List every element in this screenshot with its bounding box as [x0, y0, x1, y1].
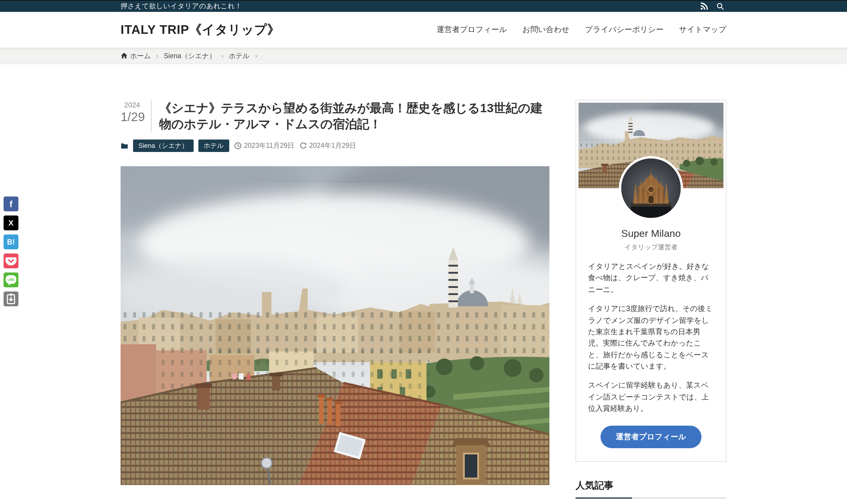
top-bar: 押さえて欲しいイタリアのあれこれ！: [0, 1, 847, 12]
avatar[interactable]: [619, 156, 683, 220]
hatena-bookmark-icon: B!: [7, 238, 15, 246]
share-line-button[interactable]: LINE: [3, 272, 18, 287]
profile-role: イタリップ運営者: [579, 243, 723, 252]
pocket-icon: [3, 253, 18, 268]
share-hatena-button[interactable]: B!: [3, 234, 18, 249]
profile-bio: イタリアとスペインが好き。好きな食べ物は、クレープ、すき焼き、パニーニ。 イタリ…: [579, 261, 723, 415]
site-header: ITALY TRIP《イタリップ》 運営者プロフィール お問い合わせ プライバシ…: [0, 12, 847, 48]
nav-item-privacy-policy[interactable]: プライバシーポリシー: [585, 24, 664, 35]
hero-image: [121, 166, 549, 485]
clipboard-icon: [3, 291, 18, 306]
refresh-icon: [299, 142, 307, 149]
profile-bio-paragraph: イタリアとスペインが好き。好きな食べ物は、クレープ、すき焼き、パニーニ。: [588, 261, 714, 295]
topbar-icons: [700, 2, 724, 11]
breadcrumb-category-hotel[interactable]: ホテル: [229, 51, 250, 60]
published-date: 2023年11月29日: [234, 141, 294, 150]
site-title[interactable]: ITALY TRIP《イタリップ》: [121, 21, 280, 38]
copy-url-button[interactable]: [3, 291, 18, 306]
facebook-icon: f: [10, 199, 13, 209]
category-badge-siena[interactable]: Siena（シエナ）: [133, 140, 194, 152]
search-icon[interactable]: [716, 2, 724, 11]
main-nav: 運営者プロフィール お問い合わせ プライバシーポリシー サイトマップ: [437, 24, 726, 35]
popular-heading-underline: [576, 497, 726, 499]
profile-bio-paragraph: イタリアに3度旅行で訪れ、その後ミラノでメンズ服のデザイン留学をした東京生まれ千…: [588, 303, 714, 373]
article: 2024 1/29 《シエナ》テラスから望める街並みが最高！歴史を感じる13世紀…: [121, 100, 549, 485]
share-pocket-button[interactable]: [3, 253, 18, 268]
breadcrumb-home-label: ホーム: [130, 51, 151, 60]
share-buttons: f X B! LINE: [3, 197, 18, 306]
breadcrumb-separator: ›: [156, 52, 158, 59]
page: 押さえて欲しいイタリアのあれこれ！ ITALY TRIP《イタリップ》 運営者プ…: [0, 0, 847, 504]
post-header: 2024 1/29 《シエナ》テラスから望める街並みが最高！歴史を感じる13世紀…: [121, 100, 549, 132]
line-icon: LINE: [3, 272, 18, 287]
main-layout: 2024 1/29 《シエナ》テラスから望める街並みが最高！歴史を感じる13世紀…: [121, 64, 726, 504]
category-badge-hotel[interactable]: ホテル: [198, 140, 229, 152]
post-date-year: 2024: [121, 101, 144, 109]
nav-item-sitemap[interactable]: サイトマップ: [679, 24, 726, 35]
breadcrumb-category-siena[interactable]: Siena（シエナ）: [164, 51, 216, 60]
folder-icon: [121, 143, 128, 149]
nav-item-operator-profile[interactable]: 運営者プロフィール: [437, 24, 507, 35]
share-x-button[interactable]: X: [3, 216, 18, 230]
post-date: 2024 1/29: [121, 100, 152, 132]
updated-date: 2024年1月29日: [299, 141, 356, 150]
x-icon: X: [8, 218, 13, 227]
popular-articles: 人気記事: [576, 479, 726, 504]
post-title: 《シエナ》テラスから望める街並みが最高！歴史を感じる13世紀の建物のホテル・アル…: [159, 100, 549, 132]
breadcrumb-separator: ›: [221, 52, 223, 59]
post-meta: Siena（シエナ） ホテル 2023年11月29日 2024年1月29日: [121, 140, 549, 152]
clock-icon: [234, 142, 242, 149]
published-date-text: 2023年11月29日: [244, 141, 294, 150]
breadcrumb-bar: ホーム › Siena（シエナ） › ホテル ›: [0, 48, 847, 64]
sidebar: Super Milano イタリップ運営者 イタリアとスペインが好き。好きな食べ…: [576, 100, 726, 504]
updated-date-text: 2024年1月29日: [309, 141, 356, 150]
site-tagline: 押さえて欲しいイタリアのあれこれ！: [121, 2, 242, 11]
rss-icon[interactable]: [700, 2, 708, 11]
svg-text:LINE: LINE: [8, 278, 15, 282]
breadcrumb: ホーム › Siena（シエナ） › ホテル ›: [121, 51, 726, 60]
operator-profile-button[interactable]: 運営者プロフィール: [600, 425, 702, 448]
profile-card: Super Milano イタリップ運営者 イタリアとスペインが好き。好きな食べ…: [576, 100, 726, 462]
profile-name: Super Milano: [579, 228, 723, 240]
nav-item-contact[interactable]: お問い合わせ: [523, 24, 569, 35]
home-icon: [121, 52, 128, 59]
post-date-monthday: 1/29: [121, 110, 144, 124]
profile-bio-paragraph: スペインに留学経験もあり、某スペイン語スピーチコンテストでは、上位入賞経験あり。: [588, 380, 714, 415]
share-facebook-button[interactable]: f: [3, 197, 18, 211]
popular-heading: 人気記事: [576, 479, 726, 497]
breadcrumb-separator: ›: [255, 52, 257, 59]
breadcrumb-home[interactable]: ホーム: [121, 51, 151, 60]
